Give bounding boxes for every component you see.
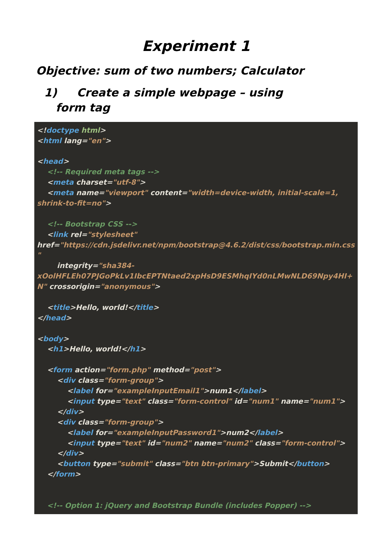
objective-heading: Objective: sum of two numbers; Calculato… (36, 64, 359, 77)
step-number: 1) (44, 85, 77, 100)
page-title: Experiment 1 (33, 38, 359, 54)
step-text-1: Create a simple webpage – using (77, 86, 283, 99)
step-text-2: form tag (56, 101, 110, 114)
code-block: <!doctype html> <html lang="en"> <head> … (34, 122, 358, 514)
step-heading: 1)Create a simple webpage – using form t… (44, 85, 359, 115)
